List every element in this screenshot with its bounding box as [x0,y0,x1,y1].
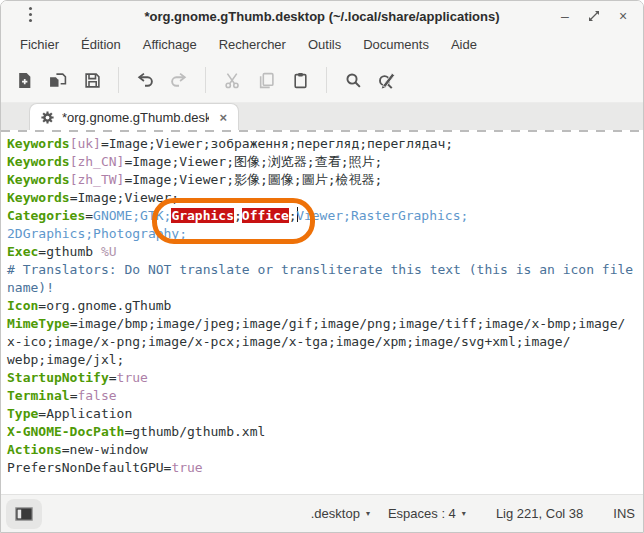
undo-button[interactable] [128,63,162,97]
cursor-position-label: Lig 221, Col 38 [496,506,583,521]
menu-rechercher[interactable]: Rechercher [208,31,297,58]
statusbar: .desktop ▾ Espaces : 4 ▾ Lig 221, Col 38… [1,494,643,532]
search-replace-icon [378,72,396,89]
tab-close-icon[interactable]: × [216,110,230,125]
code-line: name)! [7,279,643,297]
code-line: Icon=org.gnome.gThumb [7,297,643,315]
window-controls: – × [555,1,633,31]
code-line: Keywords[zh_TW]=Image;Viewer;影像;圖像;圖片;檢視… [7,171,643,189]
gear-icon [40,110,55,125]
menu-fichier[interactable]: Fichier [9,31,70,58]
text-editor-window: *org.gnome.gThumb.desktop (~/.local/shar… [0,0,644,533]
code-line: Actions=new-window [7,441,643,459]
code-line: Type=Application [7,405,643,423]
cut-icon [224,72,241,89]
side-panel-toggle-button[interactable] [6,499,42,529]
minimize-button[interactable]: – [555,6,575,26]
code-line: Terminal=false [7,387,643,405]
code-line: x-ico;image/x-png;image/x-pcx;image/x-tg… [7,333,643,351]
undo-icon [136,72,154,89]
app-menu-dots-icon[interactable] [29,7,33,22]
language-mode-dropdown[interactable]: .desktop ▾ [311,506,370,521]
redo-button [162,63,196,97]
paste-button[interactable] [283,63,317,97]
copy-button [249,63,283,97]
redo-icon [170,72,188,89]
cut-button [215,63,249,97]
code-line: StartupNotify=true [7,369,643,387]
copy-icon [258,72,275,89]
chevron-down-icon: ▾ [462,509,466,518]
code-line: PrefersNonDefaultGPU=true [7,459,643,477]
toolbar-separator [205,67,206,93]
editor-lines: Keywords[uk]=Image;Viewer;зображення;пер… [7,135,643,477]
menu-edition[interactable]: Édition [70,31,132,58]
toolbar [1,58,643,102]
language-mode-label: .desktop [311,506,360,521]
open-file-icon [49,72,67,89]
toolbar-separator [118,67,119,93]
code-line: Categories=GNOME;GTK;Graphics;Office;Vie… [7,207,643,225]
tabbar: *org.gnome.gThumb.desktop × [1,102,643,130]
menu-affichage[interactable]: Affichage [132,31,208,58]
search-button[interactable] [336,63,370,97]
side-panel-icon [15,507,33,521]
chevron-down-icon: ▾ [366,509,370,518]
editor-text-area[interactable]: Keywords[uk]=Image;Viewer;зображення;пер… [1,132,643,494]
code-line: 2DGraphics;Photography; [7,225,643,243]
restore-button[interactable] [584,6,604,26]
close-button[interactable]: × [613,6,633,26]
new-file-icon [16,72,33,89]
tab-width-label: Espaces : 4 [388,506,456,521]
restore-icon [588,10,600,22]
code-line: X-GNOME-DocPath=gthumb/gthumb.xml [7,423,643,441]
window-title: *org.gnome.gThumb.desktop (~/.local/shar… [144,9,499,24]
menu-aide[interactable]: Aide [440,31,488,58]
menubar: Fichier Édition Affichage Rechercher Out… [1,31,643,58]
search-icon [345,72,362,89]
save-button[interactable] [75,63,109,97]
menu-documents[interactable]: Documents [352,31,440,58]
code-line: Keywords[uk]=Image;Viewer;зображення;пер… [7,135,643,153]
code-line: # Translators: Do NOT translate or trans… [7,261,643,279]
tab-label: *org.gnome.gThumb.desktop [62,110,209,125]
tab-org-gnome-gthumb-desktop[interactable]: *org.gnome.gThumb.desktop × [29,103,239,130]
code-line: webp;image/jxl; [7,351,643,369]
insert-mode-indicator[interactable]: INS [613,506,635,521]
menu-outils[interactable]: Outils [297,31,352,58]
search-replace-button[interactable] [370,63,404,97]
titlebar: *org.gnome.gThumb.desktop (~/.local/shar… [1,1,643,31]
code-line: Keywords[zh_CN]=Image;Viewer;图像;浏览器;查看;照… [7,153,643,171]
tab-width-dropdown[interactable]: Espaces : 4 ▾ [388,506,466,521]
paste-icon [292,72,309,89]
toolbar-separator [326,67,327,93]
code-line: Exec=gthumb %U [7,243,643,261]
code-line: Keywords=Image;Viewer; [7,189,643,207]
save-icon [84,72,101,89]
open-file-button[interactable] [41,63,75,97]
code-line: MimeType=image/bmp;image/jpeg;image/gif;… [7,315,643,333]
new-file-button[interactable] [7,63,41,97]
